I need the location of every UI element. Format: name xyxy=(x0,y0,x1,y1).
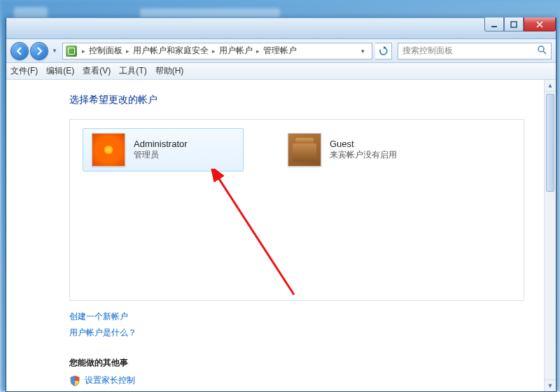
account-name: Guest xyxy=(330,139,397,149)
link-what-is-account[interactable]: 用户帐户是什么？ xyxy=(69,327,524,339)
nav-arrows: ▼ xyxy=(10,42,59,60)
action-links: 创建一个新帐户 用户帐户是什么？ xyxy=(69,311,524,339)
svg-point-2 xyxy=(538,46,544,52)
minimize-button[interactable] xyxy=(484,18,504,31)
maximize-button[interactable] xyxy=(504,18,524,31)
breadcrumb-item[interactable]: 用户帐户和家庭安全 xyxy=(132,45,210,57)
account-role: 管理员 xyxy=(134,149,188,161)
account-card-administrator[interactable]: Administrator 管理员 xyxy=(83,128,244,172)
svg-rect-0 xyxy=(491,26,497,27)
account-text: Guest 来宾帐户没有启用 xyxy=(330,139,397,161)
breadcrumb-dropdown[interactable]: ▾ xyxy=(357,48,369,55)
menu-help[interactable]: 帮助(H) xyxy=(155,65,184,77)
breadcrumb-item[interactable]: 控制面板 xyxy=(88,45,124,57)
control-panel-window: ▼ ▸ 控制面板 ▸ 用户帐户和家庭安全 ▸ 用户帐户 ▸ 管理帐户 ▾ 搜索控… xyxy=(6,18,556,392)
briefcase-avatar-icon xyxy=(288,133,321,167)
chevron-right-icon: ▸ xyxy=(210,48,218,55)
navigation-bar: ▼ ▸ 控制面板 ▸ 用户帐户和家庭安全 ▸ 用户帐户 ▸ 管理帐户 ▾ 搜索控… xyxy=(6,39,556,63)
scroll-thumb[interactable] xyxy=(546,94,554,192)
search-icon xyxy=(537,45,547,57)
control-panel-icon xyxy=(66,46,77,57)
account-name: Administrator xyxy=(134,139,188,149)
annotation-arrow-icon xyxy=(210,169,308,302)
link-parental-control[interactable]: 设置家长控制 xyxy=(85,374,135,386)
content-area: 选择希望更改的帐户 Administrator 管理员 Guest 来宾帐户没有… xyxy=(6,80,556,391)
menu-file[interactable]: 文件(F) xyxy=(10,65,38,77)
accounts-panel: Administrator 管理员 Guest 来宾帐户没有启用 xyxy=(69,119,524,301)
vertical-scrollbar[interactable]: ▲ ▼ xyxy=(544,80,556,391)
chevron-right-icon: ▸ xyxy=(80,48,88,55)
flower-avatar-icon xyxy=(92,133,125,167)
scroll-up-button[interactable]: ▲ xyxy=(545,80,556,92)
forward-button[interactable] xyxy=(30,42,48,60)
account-role: 来宾帐户没有启用 xyxy=(330,149,397,161)
close-button[interactable] xyxy=(524,18,556,31)
titlebar xyxy=(6,18,556,39)
back-button[interactable] xyxy=(10,42,29,60)
page-title: 选择希望更改的帐户 xyxy=(69,94,524,106)
svg-rect-1 xyxy=(511,22,517,27)
breadcrumb-item[interactable]: 管理帐户 xyxy=(262,45,298,57)
refresh-button[interactable] xyxy=(375,43,392,59)
breadcrumb-bar[interactable]: ▸ 控制面板 ▸ 用户帐户和家庭安全 ▸ 用户帐户 ▸ 管理帐户 ▾ xyxy=(62,43,372,59)
menu-bar: 文件(F) 编辑(E) 查看(V) 工具(T) 帮助(H) xyxy=(6,63,556,80)
account-text: Administrator 管理员 xyxy=(134,139,188,161)
other-header: 您能做的其他事 xyxy=(69,357,524,369)
menu-tools[interactable]: 工具(T) xyxy=(119,65,146,77)
window-controls xyxy=(484,18,556,31)
other-item-parental[interactable]: 设置家长控制 xyxy=(69,374,524,386)
chevron-right-icon: ▸ xyxy=(124,48,132,55)
account-card-guest[interactable]: Guest 来宾帐户没有启用 xyxy=(279,128,440,172)
chevron-right-icon: ▸ xyxy=(254,48,262,55)
menu-edit[interactable]: 编辑(E) xyxy=(46,65,74,77)
truncated-link[interactable]: 转到主 "用户帐户" 页面 xyxy=(69,391,524,391)
breadcrumb-item[interactable]: 用户帐户 xyxy=(218,45,254,57)
shield-icon xyxy=(69,375,80,386)
nav-history-dropdown[interactable]: ▼ xyxy=(50,42,59,60)
search-placeholder: 搜索控制面板 xyxy=(402,45,453,57)
other-list: 设置家长控制 xyxy=(69,374,524,386)
search-input[interactable]: 搜索控制面板 xyxy=(398,43,552,59)
scroll-down-button[interactable]: ▼ xyxy=(545,379,556,391)
svg-line-3 xyxy=(217,176,294,295)
menu-view[interactable]: 查看(V) xyxy=(83,65,111,77)
link-create-account[interactable]: 创建一个新帐户 xyxy=(69,311,524,323)
content: 选择希望更改的帐户 Administrator 管理员 Guest 来宾帐户没有… xyxy=(6,80,544,391)
